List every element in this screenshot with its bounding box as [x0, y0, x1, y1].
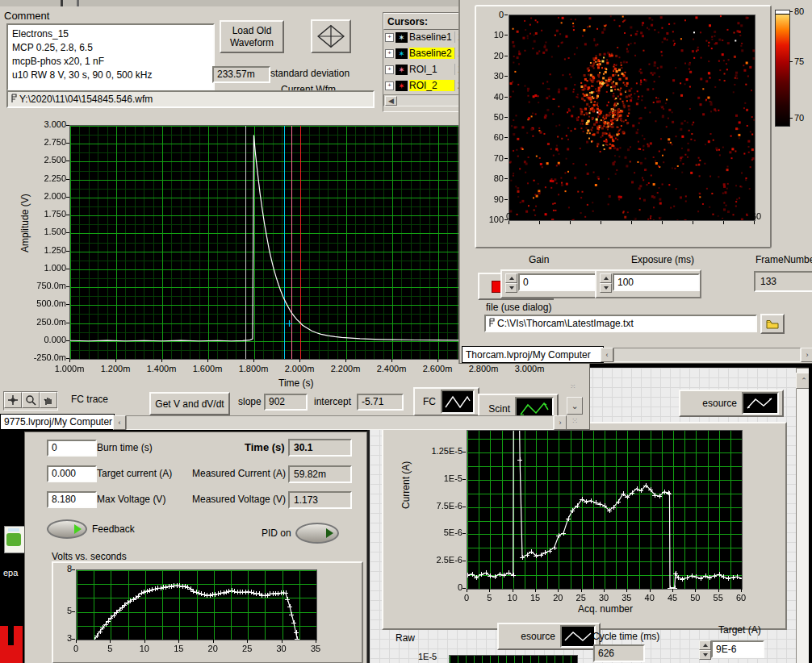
tick-mark — [213, 640, 214, 643]
graph-vscroll-down[interactable]: ⌄ — [567, 397, 583, 415]
target-a-value[interactable]: 9E-6 — [711, 640, 764, 658]
intercept-value: -5.71 — [357, 394, 404, 411]
intensity-colorbar[interactable] — [775, 10, 790, 127]
tick-label: 60 — [730, 593, 751, 603]
tick-label: 1.000 — [23, 263, 66, 273]
tick-label: 55 — [708, 593, 729, 603]
tick-label: 45 — [662, 593, 683, 603]
exposure-spinner[interactable] — [600, 273, 610, 291]
feedback-toggle[interactable] — [47, 519, 87, 539]
gain-input[interactable]: 0 — [518, 273, 597, 291]
tick-mark — [789, 11, 793, 12]
exposure-input[interactable]: 100 — [613, 273, 700, 291]
tick-label: 1.25E-5 — [424, 446, 463, 456]
resize-grip[interactable]: ⁙ — [571, 416, 578, 425]
target-current-input[interactable]: 0.000 — [47, 465, 97, 482]
cursor-tool-button[interactable] — [4, 392, 22, 408]
get-v-dvdt-button[interactable]: Get V and dV/dt — [149, 392, 230, 415]
tick-label: 2.800m — [465, 364, 502, 373]
tick-label: 20 — [547, 593, 568, 603]
tick-label: 160 — [742, 211, 766, 221]
pan-tool-button[interactable] — [40, 392, 57, 408]
tick-label: 100 — [650, 211, 674, 221]
stddev-value: 233.57m — [212, 66, 270, 83]
tick-label: 80 — [619, 211, 643, 221]
tick-mark — [789, 61, 793, 62]
cursor-style-icon[interactable]: ✶ — [396, 81, 408, 91]
wfm-path-box[interactable]: Y:\2020\11\04\154845.546.wfm — [6, 90, 375, 108]
file-path-box[interactable]: C:\VIs\Thorcam\LatestImage.txt — [484, 315, 757, 332]
thorcam-hscroll-left[interactable]: ‹ — [601, 348, 613, 362]
load-old-waveform-button[interactable]: Load Old Waveform — [220, 20, 284, 53]
tick-label: 2.200m — [327, 364, 364, 373]
expand-icon[interactable]: + — [385, 33, 394, 42]
volts-plot[interactable] — [76, 569, 317, 640]
tick-mark — [76, 640, 77, 643]
hscroll-right[interactable]: › — [554, 415, 567, 430]
expand-icon[interactable]: + — [385, 49, 394, 58]
zoom-tool-button[interactable] — [22, 392, 40, 408]
cursor-style-icon[interactable]: ✶ — [396, 65, 408, 75]
tick-label: 7.5E-6 — [424, 501, 463, 511]
cursors-header[interactable]: Cursors: — [383, 13, 459, 30]
tick-label: 80 — [483, 173, 504, 183]
feedback-label: Feedback — [92, 523, 135, 535]
tick-label: 1.750 — [23, 209, 66, 219]
cursor-name[interactable]: Baseline2 — [409, 48, 454, 59]
tick-mark — [66, 125, 69, 126]
tick-label: 1.400m — [143, 364, 180, 373]
tick-label: 0 — [456, 593, 477, 603]
cursor-style-icon[interactable]: ✶ — [396, 48, 408, 59]
esource-selector-label: esource — [702, 398, 737, 409]
tick-label: 5 — [99, 644, 120, 653]
gain-label: Gain — [529, 254, 549, 265]
thorcam-image-plot[interactable] — [509, 15, 755, 221]
esource-selector[interactable]: esource — [679, 390, 784, 417]
cursor-style-icon[interactable]: ✶ — [396, 32, 408, 43]
tick-mark — [626, 589, 627, 592]
hscroll-left[interactable]: ‹ — [113, 415, 126, 430]
pid-on-toggle[interactable] — [295, 523, 339, 544]
expand-icon[interactable]: + — [385, 81, 394, 90]
crosshair-icon — [7, 394, 19, 406]
retarget-button[interactable] — [311, 19, 351, 53]
tick-mark — [66, 232, 69, 233]
intercept-label: intercept — [314, 396, 351, 407]
browse-button[interactable] — [760, 314, 785, 334]
gain-control: 0 — [500, 269, 599, 298]
raw-mini-plot[interactable] — [449, 655, 578, 663]
hscroll-track[interactable] — [126, 415, 554, 430]
waveform-icon — [560, 625, 596, 648]
tick-mark — [391, 359, 392, 362]
comment-box[interactable]: Electrons_15 MCP 0.25, 2.8, 6.5 mcpB-pho… — [6, 23, 215, 91]
tick-label: 2.000 — [23, 191, 66, 201]
tick-label: 15 — [525, 593, 546, 603]
raw-esource-selector[interactable]: esource — [497, 623, 601, 650]
gain-spinner[interactable] — [505, 273, 516, 291]
tick-mark — [207, 359, 208, 362]
target-a-spinner[interactable] — [699, 640, 709, 658]
fc-selector[interactable]: FC — [413, 387, 479, 416]
cursor-name[interactable]: ROI_1 — [409, 64, 454, 75]
control-window: 0 Burn time (s) 0.000 Target current (A)… — [24, 432, 367, 663]
tick-mark — [650, 589, 651, 592]
tick-mark — [115, 359, 116, 362]
expand-icon[interactable]: + — [385, 65, 394, 74]
desktop-icon-red[interactable] — [0, 626, 23, 663]
tick-label: 5 — [479, 593, 500, 603]
cursor-name[interactable]: Baseline1 — [409, 31, 454, 43]
tick-label: 2.600m — [419, 364, 456, 373]
thorcam-hscroll-track[interactable] — [613, 348, 801, 362]
tick-label: 0 — [65, 644, 86, 653]
tick-mark — [437, 359, 438, 362]
path-icon — [8, 94, 19, 106]
cursor-name[interactable]: ROI_2 — [409, 80, 454, 91]
waveform-icon — [441, 390, 475, 414]
max-voltage-input[interactable]: 8.180 — [47, 491, 97, 508]
burn-time-input[interactable]: 0 — [47, 440, 97, 457]
tick-label: 30 — [271, 644, 292, 653]
tick-label: 2.000m — [281, 364, 318, 373]
acq-current-plot[interactable] — [467, 430, 743, 590]
desktop-icon[interactable]: epa — [2, 526, 24, 582]
thorcam-hscroll-right[interactable]: › — [801, 348, 812, 362]
